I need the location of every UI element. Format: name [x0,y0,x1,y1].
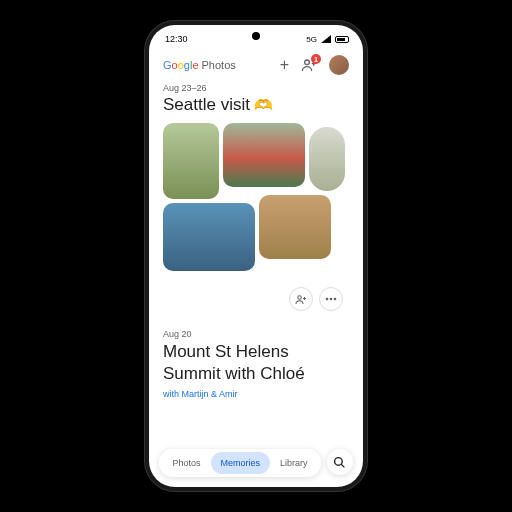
network-label: 5G [306,35,317,44]
photo-collage [163,123,345,281]
svg-point-4 [334,298,337,301]
sharing-button[interactable]: 1 [301,58,317,72]
status-icons: 5G [306,35,349,44]
svg-point-5 [335,457,343,465]
search-button[interactable] [327,449,353,475]
svg-point-2 [326,298,329,301]
clock: 12:30 [165,34,188,44]
google-photos-logo[interactable]: Google Photos [163,59,236,71]
collage-photo[interactable] [309,127,345,191]
svg-point-3 [330,298,333,301]
svg-point-0 [305,60,310,65]
memory-card-1[interactable]: Aug 23–26 Seattle visit 🫶 [163,83,349,311]
collage-photo[interactable] [223,123,305,187]
collage-photo[interactable] [259,195,331,259]
add-people-button[interactable] [289,287,313,311]
bottom-nav: Photos Memories Library [149,449,363,477]
screen: 12:30 5G Google Photos + [149,25,363,487]
tab-memories[interactable]: Memories [211,452,271,474]
memory-card-2[interactable]: Aug 20 Mount St Helens Summit with Chloé… [163,329,349,399]
front-camera [252,32,260,40]
tab-library[interactable]: Library [270,452,318,474]
app-header: Google Photos + 1 [149,53,363,83]
battery-icon [335,36,349,43]
svg-point-1 [298,295,302,299]
more-options-button[interactable] [319,287,343,311]
memory-date: Aug 23–26 [163,83,349,93]
memory-date: Aug 20 [163,329,349,339]
logo-suffix: Photos [202,59,236,71]
account-avatar[interactable] [329,55,349,75]
collage-photo[interactable] [163,123,219,199]
collage-photo[interactable] [163,203,255,271]
memory-subtitle: with Martijn & Amir [163,389,349,399]
phone-frame: 12:30 5G Google Photos + [145,21,367,491]
heart-hands-emoji: 🫶 [254,96,273,114]
memory-title: Mount St Helens Summit with Chloé [163,341,349,385]
notification-badge: 1 [311,54,321,64]
signal-icon [321,35,331,43]
tab-photos[interactable]: Photos [162,452,210,474]
add-button[interactable]: + [280,57,289,73]
memory-title: Seattle visit 🫶 [163,95,349,115]
